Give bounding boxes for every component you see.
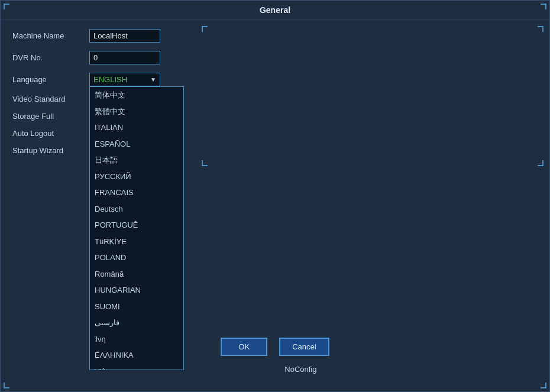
lang-option-hungarian[interactable]: HUNGARIAN xyxy=(90,282,183,299)
machine-name-input[interactable] xyxy=(89,29,160,43)
left-panel: Machine Name DVR No. Language ENGLISH ▼ xyxy=(12,29,213,163)
lang-option-romanian[interactable]: Română xyxy=(90,266,183,283)
main-window: General Machine Name DVR No. Language EN… xyxy=(0,0,550,392)
lang-option-german[interactable]: Deutsch xyxy=(90,201,183,218)
content-area: Machine Name DVR No. Language ENGLISH ▼ xyxy=(1,20,549,172)
dvr-no-row: DVR No. xyxy=(12,51,213,64)
lang-option-traditional-chinese[interactable]: 繁體中文 xyxy=(90,103,183,120)
ok-button[interactable]: OK xyxy=(221,338,267,356)
storage-full-label: Storage Full xyxy=(12,112,89,121)
language-label: Language xyxy=(12,75,89,84)
lang-option-inf[interactable]: Ίνη xyxy=(90,331,183,348)
noconfig-text: NoConfig xyxy=(284,365,316,374)
lang-option-farsi[interactable]: فارسبی xyxy=(90,315,183,331)
window-title: General xyxy=(1,1,549,20)
startup-wizard-label: Startup Wizard xyxy=(12,146,89,155)
language-select-wrapper: ENGLISH ▼ 简体中文 繁體中文 ITALIAN ESPAÑOL 日本語 … xyxy=(89,73,160,86)
dropdown-arrow-icon: ▼ xyxy=(150,76,156,83)
lang-option-vietnamese[interactable]: Việt xyxy=(90,364,183,371)
machine-name-label: Machine Name xyxy=(12,31,89,40)
auto-logout-label: Auto Logout xyxy=(12,129,89,138)
lang-option-french[interactable]: FRANCAIS xyxy=(90,184,183,201)
corner-decoration-tr xyxy=(541,4,546,9)
corner-decoration-bl xyxy=(4,383,9,388)
lang-option-portuguese[interactable]: PORTUGUÊ xyxy=(90,217,183,234)
title-text: General xyxy=(260,5,290,15)
language-row: Language ENGLISH ▼ 简体中文 繁體中文 ITALIAN ESP… xyxy=(12,73,213,86)
lang-option-italian[interactable]: ITALIAN xyxy=(90,119,183,136)
right-corner-br xyxy=(538,160,543,166)
lang-option-russian[interactable]: РУССКИЙ xyxy=(90,169,183,185)
right-corner-bl xyxy=(202,160,208,166)
dvr-no-label: DVR No. xyxy=(12,53,89,62)
video-standard-label: Video Standard xyxy=(12,95,89,103)
right-corner-tr xyxy=(538,26,543,32)
lang-option-japanese[interactable]: 日本語 xyxy=(90,152,183,169)
language-select[interactable]: ENGLISH ▼ xyxy=(89,73,160,86)
machine-name-row: Machine Name xyxy=(12,29,213,43)
lang-option-finnish[interactable]: SUOMI xyxy=(90,299,183,315)
lang-option-polish[interactable]: POLAND xyxy=(90,250,183,266)
lang-option-espanol[interactable]: ESPAÑOL xyxy=(90,136,183,153)
language-dropdown-list[interactable]: 简体中文 繁體中文 ITALIAN ESPAÑOL 日本語 РУССКИЙ FR… xyxy=(89,86,184,370)
right-corner-tl xyxy=(202,26,208,32)
cancel-button[interactable]: Cancel xyxy=(279,338,329,356)
dvr-no-input[interactable] xyxy=(89,51,160,64)
language-selected-value: ENGLISH xyxy=(93,75,127,84)
lang-option-greek[interactable]: ΕΛΛΗΝΙΚΑ xyxy=(90,347,183,364)
lang-option-turkish[interactable]: TüRKİYE xyxy=(90,234,183,250)
bottom-buttons: OK Cancel xyxy=(1,338,549,356)
lang-option-simplified-chinese[interactable]: 简体中文 xyxy=(90,87,183,103)
corner-decoration-br xyxy=(541,383,546,388)
corner-decoration-tl xyxy=(4,4,9,9)
